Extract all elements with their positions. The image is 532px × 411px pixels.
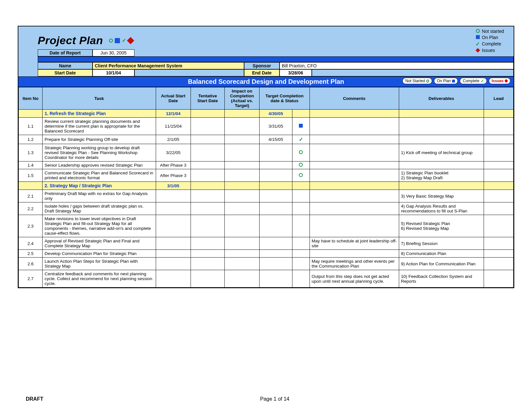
cell-target: 4/15/05	[260, 135, 292, 144]
col-task: Task	[43, 87, 156, 110]
cell-lead	[484, 169, 514, 182]
cell-impact	[225, 135, 260, 144]
table-row: 2.7Centralize feedback and comments for …	[19, 270, 514, 288]
pill-on-plan[interactable]: On Plan	[434, 78, 458, 84]
pill-not-started[interactable]: Not Started	[402, 78, 432, 84]
cell-impact	[225, 237, 260, 250]
cell-impact	[225, 144, 260, 161]
cell-actual-start	[156, 250, 191, 258]
cell-task: Centralize feedback and comments for nex…	[43, 270, 156, 288]
table-row: 2.2Isolate holes / gaps between draft st…	[19, 202, 514, 215]
issues-icon	[127, 37, 134, 44]
cell-status	[292, 110, 310, 118]
cell-tentative-start	[191, 215, 224, 237]
cell-tentative-start	[191, 237, 224, 250]
cell-item: 2.7	[19, 270, 43, 288]
cell-item	[19, 110, 43, 118]
legend-complete: Complete	[482, 41, 501, 47]
end-date-value: 3/28/06	[280, 69, 312, 76]
cell-item: 1.1	[19, 118, 43, 135]
cell-deliverables: 10) Feedback Collection System and Repor…	[399, 270, 484, 288]
section-title-text: Balanced Scorecard Design and Developmen…	[188, 78, 344, 85]
cell-item: 2.3	[19, 215, 43, 237]
table-header-row: Item No Task Actual Start Date Tentative…	[19, 87, 514, 110]
legend-not-started: Not started	[482, 28, 504, 34]
cell-lead	[484, 161, 514, 169]
cell-target	[260, 215, 292, 237]
cell-actual-start: 12/1/04	[156, 110, 191, 118]
cell-status	[292, 182, 310, 190]
cell-impact	[225, 190, 260, 202]
cell-actual-start: After Phase 3	[156, 161, 191, 169]
cell-actual-start	[156, 237, 191, 250]
cell-comments	[310, 169, 399, 182]
not-started-icon	[109, 39, 113, 43]
cell-lead	[484, 215, 514, 237]
cell-actual-start	[156, 190, 191, 202]
cell-target	[260, 202, 292, 215]
cell-actual-start	[156, 215, 191, 237]
cell-actual-start: 11/15/04	[156, 118, 191, 135]
cell-tentative-start	[191, 135, 224, 144]
table-row: 2.5Develop Communication Plan for Strate…	[19, 250, 514, 258]
cell-task: Preliminary Draft Map with no extras for…	[43, 190, 156, 202]
cell-comments: May require meetings and other events pe…	[310, 258, 399, 270]
cell-status	[292, 270, 310, 288]
table-row: 1.4Senior Leadership approves revised St…	[19, 161, 514, 169]
table-row: 1.5Communicate Strategic Plan and Balanc…	[19, 169, 514, 182]
table-row: 2. Strategy Map / Strategic Plan3/1/05	[19, 182, 514, 190]
cell-impact	[225, 215, 260, 237]
sponsor-value: Bill Praxton, CFO	[280, 62, 514, 69]
cell-status	[292, 258, 310, 270]
pill-complete[interactable]: Complete ✓	[460, 78, 487, 84]
sponsor-label: Sponsor	[244, 62, 280, 69]
cell-target	[260, 169, 292, 182]
cell-lead	[484, 118, 514, 135]
cell-item: 2.5	[19, 250, 43, 258]
cell-deliverables	[399, 182, 484, 190]
cell-item: 1.2	[19, 135, 43, 144]
cell-item: 2.4	[19, 237, 43, 250]
cell-comments	[310, 144, 399, 161]
date-of-report-value: Jun 30, 2005	[93, 49, 134, 56]
cell-target	[260, 144, 292, 161]
col-lead: Lead	[484, 87, 514, 110]
cell-deliverables	[399, 161, 484, 169]
cell-impact	[225, 110, 260, 118]
cell-lead	[484, 258, 514, 270]
cell-target	[260, 270, 292, 288]
not-started-icon	[299, 173, 303, 177]
cell-task: Communicate Strategic Plan and Balanced …	[43, 169, 156, 182]
cell-target	[260, 250, 292, 258]
cell-deliverables	[399, 135, 484, 144]
title-band: Project Plan ✓ Not started On Plan ✓Comp…	[18, 26, 514, 49]
cell-status	[292, 118, 310, 135]
legend: Not started On Plan ✓Complete Issues	[476, 28, 504, 54]
legend-on-plan: On Plan	[482, 34, 498, 41]
col-target: Target Completion date & Status	[260, 87, 310, 110]
footer-draft: DRAFT	[26, 396, 43, 402]
cell-task: Launch Action Plan Steps for Strategic P…	[43, 258, 156, 270]
cell-task: Senior Leadership approves revised Strat…	[43, 161, 156, 169]
cell-task: Strategic Planning working group to deve…	[43, 144, 156, 161]
cell-deliverables: 5) Revised Strategic Plan6) Revised Stra…	[399, 215, 484, 237]
cell-lead	[484, 270, 514, 288]
cell-target: 4/30/05	[260, 110, 292, 118]
cell-status	[292, 169, 310, 182]
filter-pills: Not Started On Plan Complete ✓ Issues	[402, 78, 510, 84]
page-footer: DRAFT Page 1 of 14	[26, 396, 506, 402]
cell-target	[260, 161, 292, 169]
cell-deliverables	[399, 118, 484, 135]
col-actual-start: Actual Start Date	[156, 87, 191, 110]
divider-strip	[38, 56, 514, 62]
cell-impact	[225, 169, 260, 182]
cell-target	[260, 237, 292, 250]
cell-status: ✓	[292, 135, 310, 144]
cell-impact	[225, 202, 260, 215]
pill-issues[interactable]: Issues	[489, 78, 510, 84]
cell-comments	[310, 110, 399, 118]
cell-comments	[310, 202, 399, 215]
cell-impact	[225, 270, 260, 288]
table-row: 1. Refresh the Strategic Plan12/1/044/30…	[19, 110, 514, 118]
cell-task: Prepare for Strategic Planning Off-site	[43, 135, 156, 144]
